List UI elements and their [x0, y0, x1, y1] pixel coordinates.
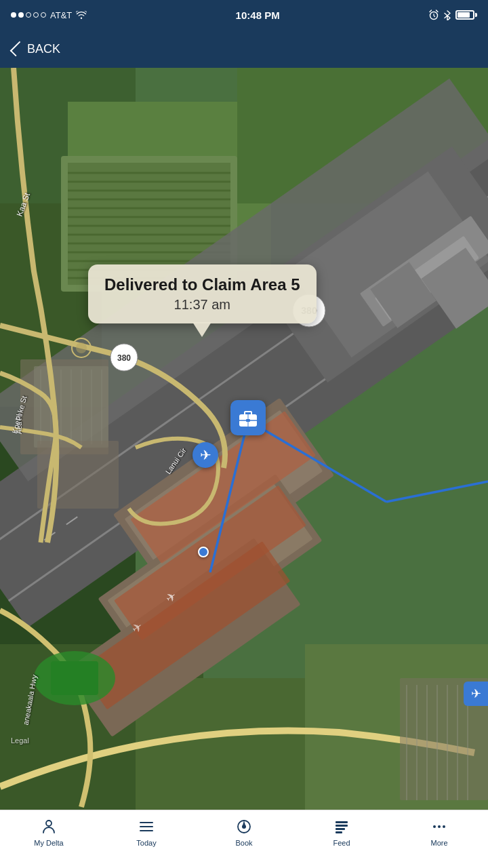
- svg-point-97: [443, 825, 445, 828]
- svg-point-90: [242, 825, 246, 829]
- status-right: [428, 9, 477, 20]
- status-bar: AT&T 10:48 PM: [0, 0, 488, 30]
- status-left: AT&T: [11, 10, 87, 20]
- callout-popup[interactable]: Delivered to Claim Area 5 11:37 am: [88, 264, 317, 323]
- book-icon: [235, 817, 253, 836]
- chevron-left-icon: [10, 41, 26, 57]
- my-delta-icon: [39, 817, 58, 836]
- callout-title: Delivered to Claim Area 5: [104, 275, 300, 294]
- feed-icon: [332, 817, 351, 836]
- battery-icon: [455, 10, 477, 20]
- alarm-icon: [428, 9, 439, 20]
- location-dot: [198, 547, 209, 557]
- edge-airplane-icon: ✈: [464, 682, 488, 706]
- svg-rect-93: [336, 828, 345, 830]
- bluetooth-icon: [443, 9, 451, 20]
- airplane-icon: ✈: [200, 447, 211, 463]
- more-label: More: [430, 839, 447, 847]
- svg-text:Aea Pl: Aea Pl: [16, 414, 23, 434]
- wifi-icon: [76, 11, 87, 19]
- book-label: Book: [235, 839, 252, 847]
- svg-point-85: [46, 821, 52, 826]
- tab-today[interactable]: Today: [98, 817, 195, 847]
- svg-point-57: [76, 342, 87, 353]
- svg-rect-94: [336, 831, 342, 833]
- svg-point-96: [438, 825, 441, 828]
- svg-rect-84: [246, 419, 250, 422]
- today-label: Today: [136, 839, 156, 847]
- svg-rect-92: [336, 825, 348, 827]
- tab-book[interactable]: Book: [195, 817, 293, 847]
- tab-my-delta[interactable]: My Delta: [0, 817, 98, 847]
- tab-feed[interactable]: Feed: [293, 817, 390, 847]
- map-background: 380 380 Kaa St Koeheke St Aea Pl L: [0, 68, 488, 810]
- airplane-pin[interactable]: ✈: [192, 442, 218, 468]
- luggage-pin[interactable]: [230, 400, 266, 435]
- back-button[interactable]: BACK: [14, 42, 60, 56]
- svg-text:380: 380: [117, 353, 131, 363]
- svg-rect-91: [336, 821, 348, 823]
- tab-more[interactable]: More: [390, 817, 488, 847]
- callout-time: 11:37 am: [104, 297, 300, 313]
- tab-bar: My Delta Today Book: [0, 810, 488, 868]
- signal-strength: [11, 12, 46, 18]
- svg-point-95: [433, 825, 436, 828]
- carrier-label: AT&T: [50, 10, 72, 20]
- today-icon: [137, 817, 156, 836]
- luggage-icon: [238, 408, 258, 427]
- status-time: 10:48 PM: [236, 9, 280, 21]
- svg-rect-51: [51, 661, 98, 695]
- more-icon: [430, 817, 449, 836]
- navigation-bar: BACK: [0, 30, 488, 68]
- feed-label: Feed: [333, 839, 350, 847]
- my-delta-label: My Delta: [34, 839, 63, 847]
- back-label: BACK: [27, 42, 60, 56]
- map-view[interactable]: 380 380 Kaa St Koeheke St Aea Pl L: [0, 68, 488, 810]
- legal-link[interactable]: Legal: [11, 736, 29, 745]
